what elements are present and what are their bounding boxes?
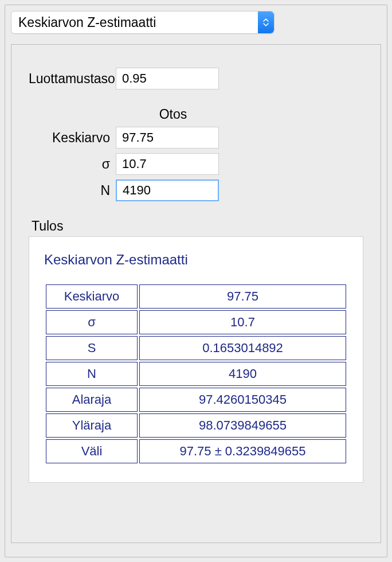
result-row: σ10.7 (46, 310, 346, 334)
app-container: Keskiarvon Z-estimaatti Luottamustaso Ot… (5, 5, 387, 557)
result-row-value: 97.75 ± 0.3239849655 (139, 439, 346, 463)
confidence-label: Luottamustaso (29, 71, 116, 87)
mean-label: Keskiarvo (29, 130, 116, 146)
result-table: Keskiarvo97.75σ10.7S0.1653014892N4190Ala… (44, 283, 348, 465)
result-row-label: Alaraja (46, 388, 138, 412)
result-row-label: Keskiarvo (46, 284, 138, 309)
result-row: Yläraja98.0739849655 (46, 413, 346, 438)
result-row-label: Yläraja (46, 413, 138, 438)
result-row-value: 10.7 (139, 310, 346, 334)
result-row-label: N (46, 362, 138, 386)
sigma-row: σ (29, 153, 363, 175)
result-row-label: Väli (46, 439, 138, 463)
mean-input[interactable] (116, 127, 219, 149)
mean-row: Keskiarvo (29, 127, 363, 149)
result-row-label: σ (46, 310, 138, 334)
result-section-label: Tulos (32, 218, 363, 234)
result-title: Keskiarvon Z-estimaatti (44, 252, 348, 268)
result-row: N4190 (46, 362, 346, 386)
result-row-label: S (46, 336, 138, 360)
confidence-row: Luottamustaso (29, 68, 363, 89)
n-input[interactable] (116, 179, 219, 201)
result-row-value: 0.1653014892 (139, 336, 346, 360)
dropdown-row: Keskiarvon Z-estimaatti (11, 11, 381, 34)
result-row-value: 97.4260150345 (139, 388, 346, 412)
sigma-input[interactable] (116, 153, 219, 175)
sample-header: Otos (121, 107, 225, 122)
result-panel: Keskiarvon Z-estimaatti Keskiarvo97.75σ1… (29, 236, 363, 483)
result-row: Väli97.75 ± 0.3239849655 (46, 439, 346, 463)
result-row: S0.1653014892 (46, 336, 346, 360)
sigma-label: σ (29, 157, 116, 172)
n-label: N (29, 183, 116, 198)
n-row: N (29, 179, 363, 201)
dropdown-selected-text: Keskiarvon Z-estimaatti (11, 15, 258, 30)
result-row-value: 4190 (139, 362, 346, 386)
result-row: Alaraja97.4260150345 (46, 388, 346, 412)
result-row: Keskiarvo97.75 (46, 284, 346, 309)
result-row-value: 97.75 (139, 284, 346, 309)
chevron-updown-icon (258, 11, 274, 33)
method-dropdown[interactable]: Keskiarvon Z-estimaatti (11, 11, 275, 34)
result-row-value: 98.0739849655 (139, 413, 346, 438)
confidence-input[interactable] (116, 68, 219, 89)
inner-panel: Luottamustaso Otos Keskiarvo σ N Tulos K… (11, 44, 381, 543)
